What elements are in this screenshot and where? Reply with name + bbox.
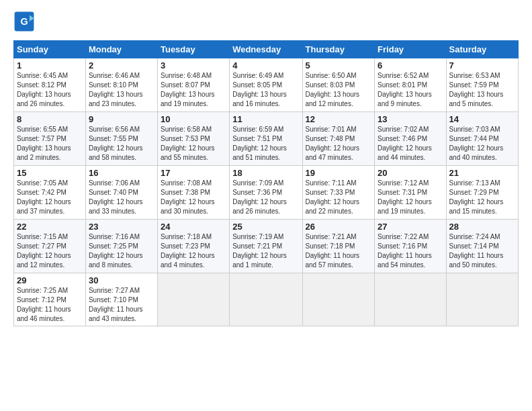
day-cell-24: 24Sunrise: 7:18 AMSunset: 7:23 PMDayligh… bbox=[157, 220, 229, 273]
empty-cell bbox=[446, 273, 518, 326]
empty-cell bbox=[230, 273, 302, 326]
day-cell-20: 20Sunrise: 7:12 AMSunset: 7:31 PMDayligh… bbox=[375, 166, 446, 220]
day-cell-6: 6Sunrise: 6:52 AMSunset: 8:01 PMDaylight… bbox=[375, 58, 446, 112]
col-header-monday: Monday bbox=[85, 41, 157, 58]
day-cell-18: 18Sunrise: 7:09 AMSunset: 7:36 PMDayligh… bbox=[230, 166, 302, 220]
col-header-thursday: Thursday bbox=[302, 41, 375, 58]
page-header: G bbox=[13, 11, 519, 32]
col-header-sunday: Sunday bbox=[14, 41, 86, 58]
day-cell-3: 3Sunrise: 6:48 AMSunset: 8:07 PMDaylight… bbox=[157, 58, 229, 112]
header-row: SundayMondayTuesdayWednesdayThursdayFrid… bbox=[14, 41, 519, 58]
day-cell-8: 8Sunrise: 6:55 AMSunset: 7:57 PMDaylight… bbox=[14, 112, 86, 166]
col-header-saturday: Saturday bbox=[446, 41, 518, 58]
day-cell-28: 28Sunrise: 7:24 AMSunset: 7:14 PMDayligh… bbox=[446, 220, 518, 273]
week-row-4: 22Sunrise: 7:15 AMSunset: 7:27 PMDayligh… bbox=[14, 220, 519, 273]
day-cell-15: 15Sunrise: 7:05 AMSunset: 7:42 PMDayligh… bbox=[14, 166, 86, 220]
day-cell-26: 26Sunrise: 7:21 AMSunset: 7:18 PMDayligh… bbox=[302, 220, 375, 273]
col-header-wednesday: Wednesday bbox=[230, 41, 302, 58]
day-cell-22: 22Sunrise: 7:15 AMSunset: 7:27 PMDayligh… bbox=[14, 220, 86, 273]
day-cell-4: 4Sunrise: 6:49 AMSunset: 8:05 PMDaylight… bbox=[230, 58, 302, 112]
calendar-table: SundayMondayTuesdayWednesdayThursdayFrid… bbox=[13, 40, 519, 326]
calendar-page: G SundayMondayTuesdayWednesdayThursdayFr… bbox=[0, 0, 532, 411]
day-cell-30: 30Sunrise: 7:27 AMSunset: 7:10 PMDayligh… bbox=[85, 273, 157, 326]
day-cell-9: 9Sunrise: 6:56 AMSunset: 7:55 PMDaylight… bbox=[85, 112, 157, 166]
svg-text:G: G bbox=[20, 16, 28, 27]
day-cell-1: 1Sunrise: 6:45 AMSunset: 8:12 PMDaylight… bbox=[14, 58, 86, 112]
col-header-tuesday: Tuesday bbox=[157, 41, 229, 58]
day-cell-10: 10Sunrise: 6:58 AMSunset: 7:53 PMDayligh… bbox=[157, 112, 229, 166]
day-cell-21: 21Sunrise: 7:13 AMSunset: 7:29 PMDayligh… bbox=[446, 166, 518, 220]
day-cell-23: 23Sunrise: 7:16 AMSunset: 7:25 PMDayligh… bbox=[85, 220, 157, 273]
logo: G bbox=[13, 11, 38, 32]
empty-cell bbox=[157, 273, 229, 326]
day-cell-19: 19Sunrise: 7:11 AMSunset: 7:33 PMDayligh… bbox=[302, 166, 375, 220]
day-cell-2: 2Sunrise: 6:46 AMSunset: 8:10 PMDaylight… bbox=[85, 58, 157, 112]
week-row-5: 29Sunrise: 7:25 AMSunset: 7:12 PMDayligh… bbox=[14, 273, 519, 326]
empty-cell bbox=[375, 273, 446, 326]
week-row-3: 15Sunrise: 7:05 AMSunset: 7:42 PMDayligh… bbox=[14, 166, 519, 220]
day-cell-25: 25Sunrise: 7:19 AMSunset: 7:21 PMDayligh… bbox=[230, 220, 302, 273]
week-row-1: 1Sunrise: 6:45 AMSunset: 8:12 PMDaylight… bbox=[14, 58, 519, 112]
day-cell-5: 5Sunrise: 6:50 AMSunset: 8:03 PMDaylight… bbox=[302, 58, 375, 112]
week-row-2: 8Sunrise: 6:55 AMSunset: 7:57 PMDaylight… bbox=[14, 112, 519, 166]
day-cell-7: 7Sunrise: 6:53 AMSunset: 7:59 PMDaylight… bbox=[446, 58, 518, 112]
day-cell-11: 11Sunrise: 6:59 AMSunset: 7:51 PMDayligh… bbox=[230, 112, 302, 166]
logo-icon: G bbox=[13, 11, 35, 32]
day-cell-12: 12Sunrise: 7:01 AMSunset: 7:48 PMDayligh… bbox=[302, 112, 375, 166]
day-cell-14: 14Sunrise: 7:03 AMSunset: 7:44 PMDayligh… bbox=[446, 112, 518, 166]
day-cell-13: 13Sunrise: 7:02 AMSunset: 7:46 PMDayligh… bbox=[375, 112, 446, 166]
col-header-friday: Friday bbox=[375, 41, 446, 58]
day-cell-17: 17Sunrise: 7:08 AMSunset: 7:38 PMDayligh… bbox=[157, 166, 229, 220]
day-cell-16: 16Sunrise: 7:06 AMSunset: 7:40 PMDayligh… bbox=[85, 166, 157, 220]
day-cell-27: 27Sunrise: 7:22 AMSunset: 7:16 PMDayligh… bbox=[375, 220, 446, 273]
empty-cell bbox=[302, 273, 375, 326]
day-cell-29: 29Sunrise: 7:25 AMSunset: 7:12 PMDayligh… bbox=[14, 273, 86, 326]
